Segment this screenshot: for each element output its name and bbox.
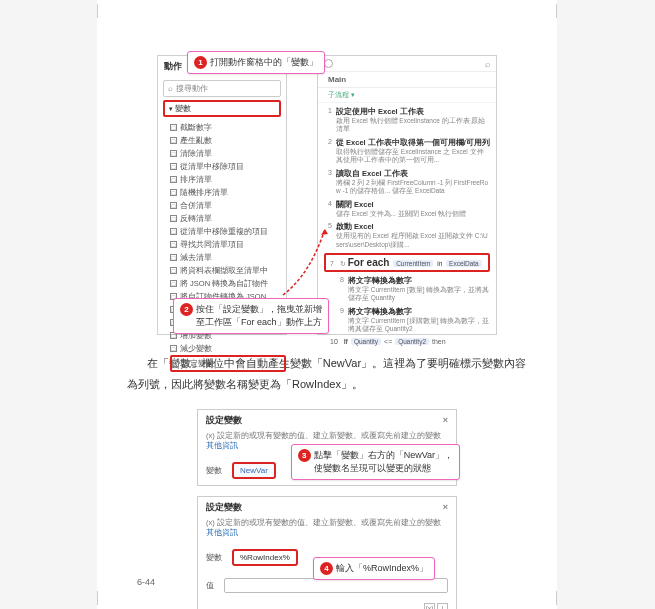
annotation-2: 2按住「設定變數」，拖曳並新增 至工作區「For each」動作上方 bbox=[173, 298, 329, 334]
record-icon[interactable] bbox=[324, 59, 333, 68]
list-item[interactable]: □將資料表欄擷取至清單中 bbox=[170, 264, 286, 277]
set-variable-dialog-1: 設定變數 × (x) 設定新的或現有變數的值、建立新變數、或覆寫先前建立的變數 … bbox=[197, 409, 457, 486]
annotation-1: 1打開動作窗格中的「變數」 bbox=[187, 51, 325, 74]
if-step[interactable]: 10 If Quantity <= Quantity2 then bbox=[322, 336, 492, 347]
foreach-step[interactable]: 7 ↻ For each CurrentItem in ExcelData bbox=[324, 253, 490, 272]
list-item[interactable]: □截斷數字 bbox=[170, 121, 286, 134]
actions-search[interactable]: ⌕ 搜尋動作 bbox=[163, 80, 281, 97]
actions-list: □截斷數字 □產生亂數 □清除清單 □從清單中移除項目 □排序清單 □隨機排序清… bbox=[158, 119, 286, 374]
search-icon: ⌕ bbox=[168, 84, 173, 93]
more-info-link[interactable]: 其他資訊 bbox=[206, 528, 238, 537]
flow-step[interactable]: 1設定使用中 Excel 工作表啟用 Excel 執行個體 ExcelInsta… bbox=[322, 105, 492, 136]
page-number: 6-44 bbox=[137, 577, 155, 587]
flow-panel: ⌕ Main 子流程 ▾ 1設定使用中 Excel 工作表啟用 Excel 執行… bbox=[317, 55, 497, 335]
info-icon[interactable]: i bbox=[437, 603, 448, 609]
list-item[interactable]: □隨機排序清單 bbox=[170, 186, 286, 199]
flow-step[interactable]: 8將文字轉換為數字將文字 CurrentItem [數量] 轉換為數字，並將其儲… bbox=[322, 274, 492, 305]
variable-label: 變數 bbox=[206, 465, 222, 476]
more-info-link[interactable]: 其他資訊 bbox=[206, 441, 238, 450]
value-input[interactable] bbox=[224, 578, 448, 593]
list-item[interactable]: □減少變數 bbox=[170, 342, 286, 355]
dialog-subtitle: (x) 設定新的或現有變數的值、建立新變數、或覆寫先前建立的變數 其他資訊 bbox=[198, 518, 456, 543]
flow-step[interactable]: 3讀取自 Excel 工作表將欄 2 列 2 到欄 FirstFreeColum… bbox=[322, 167, 492, 198]
rowindex-pill[interactable]: %RowIndex% bbox=[232, 549, 298, 566]
list-item[interactable]: □減去清單 bbox=[170, 251, 286, 264]
flow-step[interactable]: 9將文字轉換為數字將文字 CurrentItem [採購數量] 轉換為數字，並將… bbox=[322, 305, 492, 336]
var-picker-icon[interactable]: {x} bbox=[424, 603, 435, 609]
search-icon[interactable]: ⌕ bbox=[485, 59, 490, 69]
subflow-label[interactable]: 子流程 bbox=[328, 91, 349, 98]
variable-label: 變數 bbox=[206, 552, 222, 563]
list-item[interactable]: □從清單中移除項目 bbox=[170, 160, 286, 173]
flow-step[interactable]: 4關閉 Excel儲存 Excel 文件為... 並關閉 Excel 執行個體 bbox=[322, 198, 492, 220]
actions-panel: 動作 ⌕ 搜尋動作 ▾ 變數 □截斷數字 □產生亂數 □清除清單 □從清單中移除… bbox=[157, 55, 287, 335]
flow-step[interactable]: 2從 Excel 工作表中取得第一個可用欄/可用列取得執行個體儲存至 Excel… bbox=[322, 136, 492, 167]
value-label: 值 bbox=[206, 580, 214, 591]
close-icon[interactable]: × bbox=[443, 502, 448, 512]
annotation-3: 3點擊「變數」右方的「NewVar」， 使變數名呈現可以變更的狀態 bbox=[291, 444, 460, 480]
dialog-title: 設定變數 bbox=[206, 501, 242, 514]
list-item[interactable]: □反轉清單 bbox=[170, 212, 286, 225]
dialog-title: 設定變數 bbox=[206, 414, 242, 427]
list-item[interactable]: □排序清單 bbox=[170, 173, 286, 186]
variable-group-header[interactable]: ▾ 變數 bbox=[163, 100, 281, 117]
search-placeholder: 搜尋動作 bbox=[176, 83, 208, 94]
list-item[interactable]: □合併清單 bbox=[170, 199, 286, 212]
close-icon[interactable]: × bbox=[443, 415, 448, 425]
list-item[interactable]: □尋找共同清單項目 bbox=[170, 238, 286, 251]
main-tab[interactable]: Main bbox=[318, 72, 496, 88]
annotation-4: 4輸入「%RowIndex%」 bbox=[313, 557, 435, 580]
list-item[interactable]: □從清單中移除重複的項目 bbox=[170, 225, 286, 238]
set-variable-dialog-2: 設定變數 × (x) 設定新的或現有變數的值、建立新變數、或覆寫先前建立的變數 … bbox=[197, 496, 457, 609]
set-variable-action[interactable]: x設定變數 bbox=[170, 355, 286, 372]
flow-step[interactable]: 5啟動 Excel使用現有的 Excel 程序開啟 Excel 並開啟文件 C:… bbox=[322, 220, 492, 251]
list-item[interactable]: □將 JSON 轉換為自訂物件 bbox=[170, 277, 286, 290]
newvar-pill[interactable]: NewVar bbox=[232, 462, 276, 479]
list-item[interactable]: □產生亂數 bbox=[170, 134, 286, 147]
list-item[interactable]: □清除清單 bbox=[170, 147, 286, 160]
